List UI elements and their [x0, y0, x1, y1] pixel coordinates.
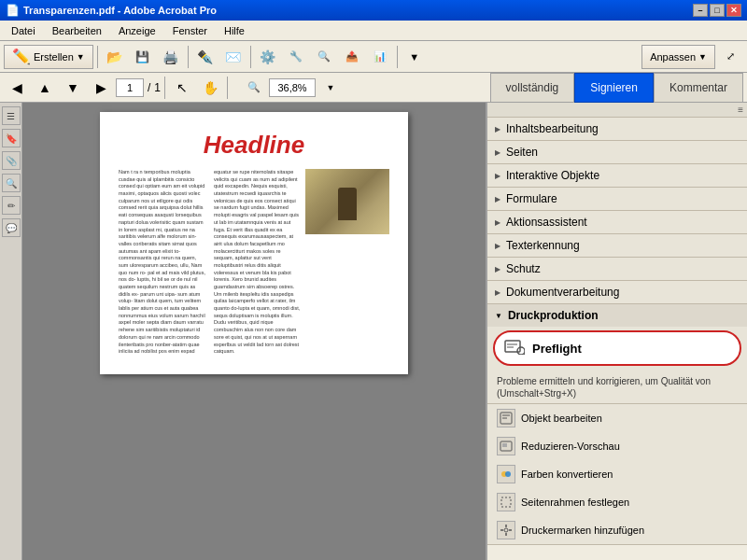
section-label: Dokumentverarbeitung — [506, 286, 619, 299]
subitem-icon — [497, 409, 515, 427]
section-label: Aktionsassistent — [506, 216, 587, 229]
prev-page-button[interactable]: ◀ — [4, 76, 30, 100]
section-inhaltsbearbeitung-header[interactable]: ▶ Inhaltsbearbeitung — [487, 118, 747, 140]
svg-point-11 — [505, 471, 511, 477]
open-button[interactable]: 📂 — [102, 45, 128, 69]
extra-button[interactable]: ▼ — [402, 45, 428, 69]
section-label: Formulare — [506, 192, 557, 205]
tools-button[interactable]: 🔧 — [283, 45, 309, 69]
preflight-description: Probleme ermitteln und korrigieren, um Q… — [487, 370, 747, 404]
menu-datei[interactable]: Datei — [4, 23, 43, 38]
panel-scroll[interactable]: ≡ — [738, 105, 743, 115]
sidebar-icon-comment[interactable]: 💬 — [2, 218, 21, 237]
section-texterkennung-header[interactable]: ▶ Texterkennung — [487, 234, 747, 257]
section-label: Texterkennung — [506, 239, 580, 252]
settings-button[interactable]: ⚙️ — [255, 45, 281, 69]
close-button[interactable]: ✕ — [726, 4, 741, 17]
section-seiten: ▶ Seiten — [487, 141, 747, 164]
subitem-icon — [497, 493, 515, 511]
section-inhaltsbearbeitung: ▶ Inhaltsbearbeitung — [487, 118, 747, 141]
section-dokumentverarbeitung: ▶ Dokumentverarbeitung — [487, 281, 747, 304]
subitem-label: Seitenrahmen festlegen — [521, 497, 629, 508]
anpassen-button[interactable]: Anpassen ▼ — [641, 45, 715, 69]
section-formulare-header[interactable]: ▶ Formulare — [487, 188, 747, 210]
triangle-icon: ▶ — [495, 195, 500, 203]
select-tool-button[interactable]: ↖ — [169, 76, 195, 100]
triangle-icon: ▶ — [495, 148, 500, 157]
svg-rect-9 — [502, 443, 507, 447]
subitem-icon — [497, 521, 515, 539]
pdf-page: Headline Nam t ra n temporibus moluptia … — [100, 112, 408, 374]
triangle-icon: ▶ — [495, 242, 500, 250]
triangle-open-icon: ▼ — [495, 312, 502, 320]
section-aktionsassistent-header[interactable]: ▶ Aktionsassistent — [487, 211, 747, 233]
toolbar-sep-6 — [227, 77, 228, 99]
expand-button[interactable]: ⤢ — [717, 45, 743, 69]
sidebar-icon-bookmarks[interactable]: 🔖 — [2, 129, 21, 147]
sidebar-icon-search[interactable]: 🔍 — [2, 174, 21, 192]
sidebar-icon-attachments[interactable]: 📎 — [2, 151, 21, 170]
left-sidebar: ☰ 🔖 📎 🔍 ✏ 💬 — [0, 103, 22, 560]
section-schutz-header[interactable]: ▶ Schutz — [487, 258, 747, 280]
toolbar-sep-5 — [164, 77, 165, 99]
menu-fenster[interactable]: Fenster — [165, 23, 215, 38]
menu-bar: Datei Bearbeiten Anzeige Fenster Hilfe — [0, 21, 747, 41]
section-label: Schutz — [506, 262, 541, 275]
erstellen-icon: ✏️ — [12, 48, 31, 65]
maximize-button[interactable]: □ — [710, 4, 725, 17]
erstellen-button[interactable]: ✏️ Erstellen ▼ — [4, 45, 93, 69]
share-button[interactable]: 📊 — [367, 45, 393, 69]
up-button[interactable]: ▲ — [32, 76, 58, 100]
right-panel: ≡ ▶ Inhaltsbearbeitung ▶ Seiten ▶ Intera… — [486, 103, 747, 560]
title-bar-text: Transparenzen.pdf - Adobe Acrobat Pro — [23, 5, 217, 16]
print-button[interactable]: 🖨️ — [158, 45, 184, 69]
subitem-icon — [497, 465, 515, 483]
section-interaktive-header[interactable]: ▶ Interaktive Objekte — [487, 164, 747, 187]
tab-vollstandig[interactable]: vollständig — [490, 73, 575, 103]
subitem-reduzieren-vorschau[interactable]: Reduzieren-Vorschau — [487, 432, 747, 460]
sign-button[interactable]: ✒️ — [192, 45, 218, 69]
zoom-dropdown-button[interactable]: ▼ — [317, 76, 344, 100]
svg-line-4 — [524, 354, 525, 355]
subitem-label: Farben konvertieren — [521, 469, 613, 480]
total-pages: 1 — [154, 81, 161, 94]
svg-point-17 — [504, 528, 508, 532]
subitem-seitenrahmen[interactable]: Seitenrahmen festlegen — [487, 488, 747, 516]
hand-tool-button[interactable]: ✋ — [197, 76, 223, 100]
mail-button[interactable]: ✉️ — [220, 45, 247, 69]
pdf-image — [305, 169, 389, 234]
subitem-druckermarken[interactable]: Druckermarken hinzufügen — [487, 516, 747, 544]
export-button[interactable]: 📤 — [339, 45, 365, 69]
zoom-button[interactable]: 🔍 — [311, 45, 337, 69]
page-number-input[interactable] — [116, 78, 144, 97]
tab-kommentar[interactable]: Kommentar — [654, 73, 743, 103]
section-seiten-header[interactable]: ▶ Seiten — [487, 141, 747, 163]
section-dokumentverarbeitung-header[interactable]: ▶ Dokumentverarbeitung — [487, 281, 747, 303]
sidebar-icon-nav[interactable]: ☰ — [2, 106, 21, 125]
zoom-input[interactable] — [269, 78, 316, 97]
svg-point-3 — [517, 347, 525, 355]
preflight-item[interactable]: Preflight — [493, 330, 741, 366]
menu-anzeige[interactable]: Anzeige — [111, 23, 163, 38]
subitem-farben-konvertieren[interactable]: Farben konvertieren — [487, 460, 747, 488]
section-label: Inhaltsbearbeitung — [506, 122, 599, 135]
zoom-area: 🔍 ▼ — [241, 76, 344, 100]
minimize-button[interactable]: – — [693, 4, 708, 17]
main-content: ☰ 🔖 📎 🔍 ✏ 💬 Headline Nam t ra n temporib… — [0, 103, 747, 560]
subitem-label: Druckermarken hinzufügen — [521, 525, 644, 536]
section-formulare: ▶ Formulare — [487, 188, 747, 211]
pdf-area: Headline Nam t ra n temporibus moluptia … — [22, 103, 486, 560]
subitem-objekt-bearbeiten[interactable]: Objekt bearbeiten — [487, 404, 747, 432]
next-page-button[interactable]: ▶ — [88, 76, 114, 100]
section-druckproduktion-header[interactable]: ▼ Druckproduktion — [487, 304, 747, 327]
tab-signieren[interactable]: Signieren — [574, 73, 654, 103]
toolbar-sep-4 — [397, 46, 398, 68]
sidebar-icon-edit[interactable]: ✏ — [2, 196, 21, 215]
menu-hilfe[interactable]: Hilfe — [217, 23, 252, 38]
menu-bearbeiten[interactable]: Bearbeiten — [45, 23, 109, 38]
down-button[interactable]: ▼ — [60, 76, 86, 100]
zoom-out-button[interactable]: 🔍 — [241, 76, 267, 100]
save-button[interactable]: 💾 — [130, 45, 156, 69]
page-sep: / — [146, 81, 152, 94]
subitem-label: Reduzieren-Vorschau — [521, 441, 620, 452]
